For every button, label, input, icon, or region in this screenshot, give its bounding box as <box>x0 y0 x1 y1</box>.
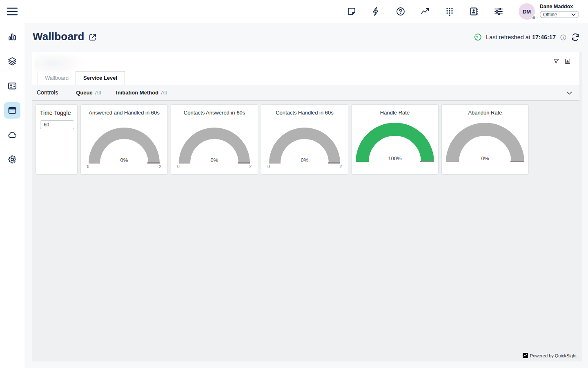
header-icon-row <box>347 7 503 16</box>
quicksight-attribution: Powered by QuickSight <box>523 353 577 358</box>
gauge-card-contacts-answered: Contacts Answered in 60s 0% 0 2 <box>171 104 258 175</box>
gauge-chart: 0% <box>89 128 160 164</box>
user-block: Dane Maddox Offline <box>540 4 579 18</box>
filter-queue-label: Queue <box>76 90 92 96</box>
sidebar-item-metrics[interactable] <box>4 29 20 45</box>
refresh-status-row: Last refreshed at 17:46:17 <box>474 33 580 42</box>
page-title: Wallboard <box>33 30 85 43</box>
status-select[interactable]: Offline <box>540 11 579 18</box>
gauge-target-tick <box>147 162 160 164</box>
gauge-card-handle-rate: Handle Rate 100% <box>351 104 439 175</box>
gauge-axis: 0 2 <box>87 164 161 169</box>
analytics-icon[interactable] <box>420 7 430 16</box>
user-name: Dane Maddox <box>540 4 579 9</box>
time-toggle-label: Time Toggle <box>40 110 73 116</box>
refresh-icon[interactable] <box>571 33 580 42</box>
gauge-title: Contacts Answered in 60s <box>174 110 254 116</box>
filter-queue-value[interactable]: All <box>95 90 101 96</box>
gauge-axis-max: 2 <box>339 164 342 169</box>
gauge-title: Abandon Rate <box>445 110 525 116</box>
gauge-axis-max: 2 <box>249 164 252 169</box>
gauge-title: Contacts Handled in 60s <box>265 110 345 116</box>
chevron-down-icon <box>571 13 576 16</box>
tab-wallboard[interactable]: Wallboard <box>38 72 76 85</box>
sheet-tabs: Wallboard Service Level <box>38 71 125 85</box>
metrics-bars-icon <box>7 32 17 42</box>
sheet-tab-bar: Wallboard Service Level <box>32 52 579 85</box>
gauge-chart: 0% <box>446 123 524 162</box>
directory-icon[interactable] <box>469 7 479 16</box>
gauge-axis-min: 0 <box>267 164 270 169</box>
sidebar-item-settings[interactable] <box>4 151 20 168</box>
preferences-sliders-icon[interactable] <box>494 7 503 16</box>
menu-icon[interactable] <box>7 7 18 16</box>
note-icon[interactable] <box>347 7 356 16</box>
gauge-axis-min: 0 <box>177 164 180 169</box>
avatar-initials: DM <box>523 9 531 15</box>
timer-icon <box>474 33 482 41</box>
sidebar-item-layers[interactable] <box>4 53 20 70</box>
avatar[interactable]: DM <box>519 3 535 20</box>
gauge-chart: 0% <box>179 128 250 164</box>
controls-collapse-chevron-icon[interactable] <box>566 90 573 96</box>
gauge-target-tick <box>510 161 524 162</box>
gauge-axis-max: 2 <box>159 164 161 169</box>
panel-tools <box>553 58 571 65</box>
status-select-value: Offline <box>543 12 557 18</box>
time-toggle-card: Time Toggle <box>36 104 78 175</box>
gauge-chart: 100% <box>356 123 434 162</box>
gauge-axis-min: 0 <box>87 164 89 169</box>
filter-initiation-method-value[interactable]: All <box>161 90 167 96</box>
gauge-chart: 0% <box>269 128 340 164</box>
wallboard-window-icon <box>7 105 17 115</box>
gauge-card-contacts-handled: Contacts Handled in 60s 0% 0 2 <box>261 104 348 175</box>
time-toggle-input[interactable] <box>40 120 74 129</box>
dialpad-icon[interactable] <box>445 7 454 16</box>
gauge-target-tick <box>420 161 434 162</box>
top-header: DM Dane Maddox Offline <box>0 0 588 23</box>
last-refreshed-text: Last refreshed at 17:46:17 <box>486 34 556 40</box>
gauge-target-tick <box>328 162 340 164</box>
layers-icon <box>7 56 17 66</box>
status-dot <box>532 16 536 20</box>
gauge-title: Answered and Handled in 60s <box>84 110 164 116</box>
gauge-axis: 0 2 <box>267 164 342 169</box>
controls-bar: Controls Queue All Initiation Method All <box>32 85 579 101</box>
filter-icon[interactable] <box>553 58 559 65</box>
sidebar-item-contacts[interactable] <box>4 78 20 94</box>
quick-actions-icon[interactable] <box>371 7 381 16</box>
last-refreshed-time: 17:46:17 <box>532 34 556 40</box>
gauge-target-tick <box>238 162 250 164</box>
export-download-icon[interactable] <box>564 58 571 65</box>
open-in-new-icon[interactable] <box>88 33 97 42</box>
tab-service-level[interactable]: Service Level <box>76 71 125 85</box>
help-icon[interactable] <box>396 7 405 16</box>
gauge-card-answered-handled: Answered and Handled in 60s 0% 0 2 <box>80 104 168 175</box>
gauge-card-abandon-rate: Abandon Rate 0% <box>441 104 529 175</box>
left-sidebar <box>0 23 24 368</box>
sidebar-item-wallboard[interactable] <box>4 102 20 119</box>
gauge-axis: 0 2 <box>177 164 252 169</box>
controls-title: Controls <box>37 89 58 96</box>
gear-icon <box>7 155 17 164</box>
info-icon[interactable] <box>560 34 567 41</box>
last-refreshed-label: Last refreshed at <box>486 34 530 40</box>
dashboard-embed: Wallboard Service Level Controls Queue A… <box>32 52 582 361</box>
contact-card-icon <box>7 81 17 91</box>
quicksight-logo-icon <box>523 353 528 358</box>
filter-initiation-method-label: Initiation Method <box>116 90 158 96</box>
cards-row: Time Toggle Answered and Handled in 60s … <box>36 104 529 175</box>
gauge-title: Handle Rate <box>355 110 435 116</box>
powered-by-text: Powered by QuickSight <box>530 353 577 358</box>
sidebar-item-cloud[interactable] <box>4 127 20 143</box>
cloud-icon <box>7 130 17 140</box>
